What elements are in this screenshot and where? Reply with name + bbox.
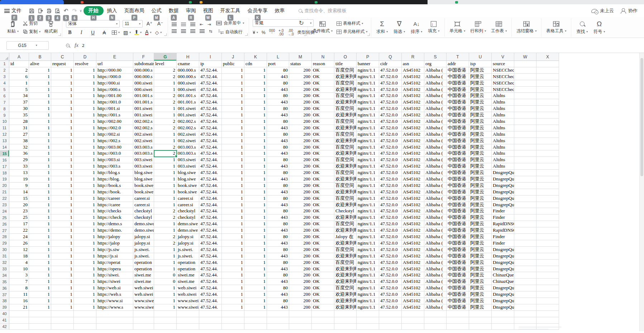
- cell-W38[interactable]: [514, 298, 536, 304]
- cell-T8[interactable]: 中国香港: [447, 106, 469, 112]
- cell-N17[interactable]: OK: [312, 163, 334, 170]
- conditional-format-button[interactable]: 条件格式▾: [311, 21, 334, 34]
- cell-T28[interactable]: 中国香港: [447, 234, 469, 240]
- cell-R22[interactable]: AS45102: [402, 196, 424, 202]
- save-button[interactable]: 1: [27, 6, 36, 15]
- cell-N35[interactable]: OK: [312, 279, 334, 285]
- cell-F31[interactable]: js.siwei.: [133, 253, 154, 260]
- decrease-decimal-button[interactable]: .00→.0: [287, 29, 294, 36]
- cell-P9[interactable]: nginx/1.1: [357, 112, 379, 119]
- cell-L26[interactable]: 80: [267, 221, 289, 227]
- cell-R16[interactable]: AS45102: [402, 157, 424, 163]
- cell-C38[interactable]: 1: [51, 298, 74, 304]
- print-preview-button[interactable]: 4: [53, 6, 62, 15]
- cell-L42[interactable]: [267, 324, 289, 330]
- cell-X29[interactable]: [536, 240, 559, 247]
- font-name-select[interactable]: 宋体▾: [66, 20, 120, 28]
- cell-D36[interactable]: 1: [74, 285, 96, 291]
- cell-P26[interactable]: nginx/1.1: [357, 221, 379, 227]
- cell-J3[interactable]: 1: [222, 74, 244, 80]
- cell-C36[interactable]: 1: [51, 285, 74, 291]
- cell-T25[interactable]: 中国香港: [447, 214, 469, 221]
- cell-J41[interactable]: [222, 317, 244, 324]
- merge-center-button[interactable]: 合并居中▾: [215, 20, 245, 26]
- cell-O38[interactable]: 欢迎来到时: [334, 298, 357, 304]
- cell-O26[interactable]: 百度空间，: [334, 221, 357, 227]
- cell-Q11[interactable]: 47.52.0.0: [379, 125, 402, 131]
- cell-S16[interactable]: Alibaba (: [424, 157, 447, 163]
- cell-L3[interactable]: 443: [267, 74, 289, 80]
- cell-X20[interactable]: [536, 183, 559, 189]
- cell-F25[interactable]: checkstyl: [133, 214, 154, 221]
- cell-F32[interactable]: operation: [133, 260, 154, 266]
- cell-H32[interactable]: operation: [177, 260, 199, 266]
- cell-R41[interactable]: [402, 317, 424, 324]
- cell-T1[interactable]: addr: [447, 61, 469, 67]
- cell-Q15[interactable]: 47.52.0.0: [379, 150, 402, 157]
- cell-I31[interactable]: 47.52.44.: [199, 253, 222, 260]
- cell-X5[interactable]: [536, 87, 559, 93]
- cell-C9[interactable]: 1: [51, 112, 74, 119]
- row-header-26[interactable]: 26: [0, 221, 9, 227]
- cell-V20[interactable]: DnsgrepQuery: [492, 183, 514, 189]
- cell-G41[interactable]: [154, 317, 177, 324]
- cell-D4[interactable]: 1: [74, 80, 96, 87]
- cell-M42[interactable]: [289, 324, 312, 330]
- cell-X31[interactable]: [536, 253, 559, 260]
- cell-O15[interactable]: 欢迎来到时: [334, 150, 357, 157]
- cell-O19[interactable]: 欢迎来到时: [334, 176, 357, 183]
- cell-K41[interactable]: [244, 317, 267, 324]
- cell-U14[interactable]: 阿里云: [469, 144, 492, 151]
- cell-I6[interactable]: 47.52.44.: [199, 93, 222, 99]
- cell-T17[interactable]: 中国香港: [447, 163, 469, 170]
- cell-F5[interactable]: 000.siwei: [133, 87, 154, 93]
- cell-N36[interactable]: OK: [312, 285, 334, 291]
- cell-W19[interactable]: [514, 176, 536, 183]
- cell-R14[interactable]: AS45102: [402, 144, 424, 151]
- cell-J11[interactable]: 1: [222, 125, 244, 131]
- cell-I7[interactable]: 47.52.44.: [199, 99, 222, 106]
- cell-H4[interactable]: 000.siwei: [177, 80, 199, 87]
- cell-O7[interactable]: 欢迎来到时: [334, 99, 357, 106]
- rows-cols-button[interactable]: 行和列▾: [469, 21, 487, 34]
- align-left-icon[interactable]: [172, 29, 177, 33]
- cell-A11[interactable]: 31: [9, 125, 29, 131]
- file-menu[interactable]: 文件 F: [4, 6, 25, 15]
- cell-W32[interactable]: [514, 260, 536, 266]
- cell-E18[interactable]: http://blog.s: [96, 170, 133, 176]
- cell-Q22[interactable]: 47.52.0.0: [379, 196, 402, 202]
- convert-icon[interactable]: ↻: [299, 19, 304, 27]
- cell-U10[interactable]: 阿里云: [469, 119, 492, 125]
- cell-O13[interactable]: 欢迎来到时: [334, 138, 357, 144]
- cell-H28[interactable]: jalopy.si: [177, 234, 199, 240]
- cell-O31[interactable]: 欢迎来到时: [334, 253, 357, 260]
- row-header-12[interactable]: 12: [0, 131, 9, 138]
- cell-U15[interactable]: 阿里云: [469, 150, 492, 157]
- cell-A18[interactable]: 13: [9, 170, 29, 176]
- cell-L11[interactable]: 443: [267, 125, 289, 131]
- cell-V39[interactable]: DnsgrepQuery: [492, 304, 514, 311]
- cell-S5[interactable]: Alibaba (: [424, 87, 447, 93]
- cell-J40[interactable]: [222, 311, 244, 317]
- cell-C39[interactable]: 1: [51, 304, 74, 311]
- cell-L27[interactable]: 443: [267, 227, 289, 234]
- cell-L13[interactable]: 443: [267, 138, 289, 144]
- cell-L10[interactable]: 80: [267, 119, 289, 125]
- cell-V18[interactable]: DnsgrepQuery: [492, 170, 514, 176]
- cell-I25[interactable]: 47.52.44.: [199, 214, 222, 221]
- column-header-B[interactable]: B: [29, 53, 51, 61]
- cell-B29[interactable]: 1: [29, 240, 51, 247]
- cell-B31[interactable]: 1: [29, 253, 51, 260]
- cell-Q16[interactable]: 47.52.0.0: [379, 157, 402, 163]
- cell-H14[interactable]: 003.003.s: [177, 144, 199, 151]
- cell-Q40[interactable]: [379, 311, 402, 317]
- cell-R17[interactable]: AS45102: [402, 163, 424, 170]
- cell-I2[interactable]: 47.52.44.: [199, 67, 222, 74]
- cell-T34[interactable]: 中国香港: [447, 272, 469, 279]
- cell-F4[interactable]: 000.siwei: [133, 80, 154, 87]
- cell-W15[interactable]: [514, 150, 536, 157]
- cell-G28[interactable]: 2: [154, 234, 177, 240]
- cell-V24[interactable]: Finder: [492, 208, 514, 214]
- cell-P20[interactable]: nginx/1.1: [357, 183, 379, 189]
- italic-button[interactable]: I: [77, 30, 85, 35]
